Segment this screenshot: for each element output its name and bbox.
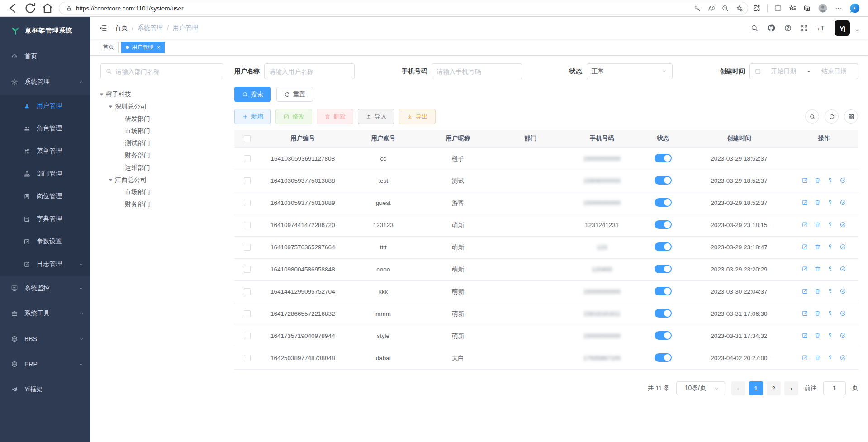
- reset-password-icon[interactable]: [827, 221, 834, 228]
- sidebar-item-10[interactable]: 系统监控: [0, 276, 90, 301]
- row-checkbox[interactable]: [244, 333, 251, 339]
- favorites-icon[interactable]: [788, 4, 797, 12]
- sidebar-item-7[interactable]: 字典管理: [0, 208, 90, 230]
- status-select[interactable]: 正常: [587, 63, 673, 79]
- bing-chat-icon[interactable]: [849, 2, 861, 14]
- status-toggle[interactable]: [655, 353, 672, 362]
- status-toggle[interactable]: [655, 176, 672, 185]
- browser-profile-avatar[interactable]: [817, 3, 828, 14]
- assign-role-icon[interactable]: [840, 177, 846, 184]
- breadcrumb-item-1[interactable]: 系统管理: [138, 24, 163, 32]
- column-settings-button[interactable]: [844, 109, 858, 124]
- font-size-icon[interactable]: TT: [816, 23, 826, 33]
- delete-user-icon[interactable]: [814, 177, 821, 184]
- goto-page-input[interactable]: [823, 381, 846, 395]
- page-button-1[interactable]: 1: [749, 381, 763, 395]
- extensions-icon[interactable]: [753, 4, 761, 12]
- row-checkbox[interactable]: [244, 222, 251, 228]
- sidebar-item-3[interactable]: 角色管理: [0, 117, 90, 140]
- reset-password-icon[interactable]: [827, 332, 834, 339]
- assign-role-icon[interactable]: [840, 221, 846, 228]
- search-button[interactable]: 搜索: [234, 87, 271, 102]
- breadcrumb-item-2[interactable]: 用户管理: [173, 24, 198, 32]
- sidebar-item-8[interactable]: 参数设置: [0, 230, 90, 253]
- status-toggle[interactable]: [655, 154, 672, 162]
- status-toggle[interactable]: [655, 220, 672, 229]
- sidebar-item-6[interactable]: 岗位管理: [0, 185, 90, 208]
- row-checkbox[interactable]: [244, 310, 251, 317]
- split-screen-icon[interactable]: [774, 4, 782, 12]
- page-button-2[interactable]: 2: [767, 381, 781, 395]
- collections-icon[interactable]: [803, 4, 811, 12]
- tree-node-7[interactable]: 江西总公司: [100, 174, 223, 186]
- header-search-icon[interactable]: [750, 24, 759, 32]
- delete-user-icon[interactable]: [814, 266, 821, 272]
- next-page-button[interactable]: ›: [784, 381, 798, 395]
- reset-password-icon[interactable]: [827, 354, 834, 361]
- delete-user-icon[interactable]: [814, 354, 821, 361]
- reset-password-icon[interactable]: [827, 288, 834, 295]
- assign-role-icon[interactable]: [840, 310, 846, 317]
- sidebar-item-5[interactable]: 部门管理: [0, 162, 90, 185]
- assign-role-icon[interactable]: [840, 332, 846, 339]
- sidebar-item-2[interactable]: 用户管理: [0, 95, 90, 117]
- edit-user-icon[interactable]: [802, 266, 808, 272]
- delete-user-icon[interactable]: [814, 332, 821, 339]
- add-favorite-icon[interactable]: [735, 5, 743, 12]
- caret-down-icon[interactable]: [100, 93, 104, 95]
- tree-node-5[interactable]: 财务部门: [100, 149, 223, 162]
- edit-user-icon[interactable]: [802, 199, 808, 206]
- sidebar-item-9[interactable]: 日志管理: [0, 253, 90, 276]
- browser-refresh-icon[interactable]: [24, 1, 37, 15]
- browser-back-icon[interactable]: [6, 1, 20, 15]
- reset-password-icon[interactable]: [827, 243, 834, 250]
- export-button[interactable]: 导出: [399, 109, 436, 124]
- reset-password-icon[interactable]: [827, 177, 834, 184]
- phone-input[interactable]: [432, 63, 522, 79]
- tab-0[interactable]: 首页: [99, 42, 119, 53]
- edit-user-icon[interactable]: [802, 288, 808, 295]
- assign-role-icon[interactable]: [840, 199, 846, 206]
- reset-password-icon[interactable]: [827, 266, 834, 272]
- row-checkbox[interactable]: [244, 177, 251, 184]
- dept-search-field[interactable]: [115, 68, 218, 75]
- sidebar-item-11[interactable]: 系统工具: [0, 301, 90, 326]
- help-icon[interactable]: [784, 24, 792, 32]
- row-checkbox[interactable]: [244, 200, 251, 206]
- phone-field[interactable]: [436, 68, 517, 75]
- assign-role-icon[interactable]: [840, 243, 846, 250]
- dept-search-input[interactable]: [100, 63, 223, 79]
- status-toggle[interactable]: [655, 198, 672, 207]
- tree-node-6[interactable]: 运维部门: [100, 162, 223, 174]
- edit-user-icon[interactable]: [802, 243, 808, 250]
- address-bar[interactable]: https://ccnetcore.com:1101/system/user: [59, 2, 748, 14]
- row-checkbox[interactable]: [244, 244, 251, 251]
- reset-button[interactable]: 重置: [276, 87, 313, 102]
- edit-user-icon[interactable]: [802, 310, 808, 317]
- reset-password-icon[interactable]: [827, 199, 834, 206]
- tree-node-0[interactable]: 橙子科技: [100, 88, 223, 100]
- caret-down-icon[interactable]: [109, 105, 113, 108]
- tab-1[interactable]: 用户管理×: [121, 42, 165, 53]
- edit-user-icon[interactable]: [802, 332, 808, 339]
- select-all-checkbox[interactable]: [244, 135, 251, 142]
- import-button[interactable]: 导入: [358, 109, 394, 124]
- sidebar-fold-icon[interactable]: [99, 24, 108, 33]
- close-tab-icon[interactable]: ×: [157, 44, 160, 51]
- password-icon[interactable]: [693, 5, 701, 12]
- refresh-table-button[interactable]: [825, 109, 839, 124]
- status-toggle[interactable]: [655, 242, 672, 251]
- toggle-search-button[interactable]: [805, 109, 819, 124]
- row-checkbox[interactable]: [244, 266, 251, 273]
- delete-button[interactable]: 删除: [317, 109, 353, 124]
- sidebar-item-13[interactable]: ERP: [0, 352, 90, 377]
- delete-user-icon[interactable]: [814, 199, 821, 206]
- tree-node-2[interactable]: 研发部门: [100, 113, 223, 125]
- sidebar-item-0[interactable]: 首页: [0, 44, 90, 69]
- edit-user-icon[interactable]: [802, 221, 808, 228]
- delete-user-icon[interactable]: [814, 243, 821, 250]
- username-field[interactable]: [269, 68, 350, 75]
- delete-user-icon[interactable]: [814, 310, 821, 317]
- sidebar-item-14[interactable]: Yi框架: [0, 377, 90, 402]
- assign-role-icon[interactable]: [840, 354, 846, 361]
